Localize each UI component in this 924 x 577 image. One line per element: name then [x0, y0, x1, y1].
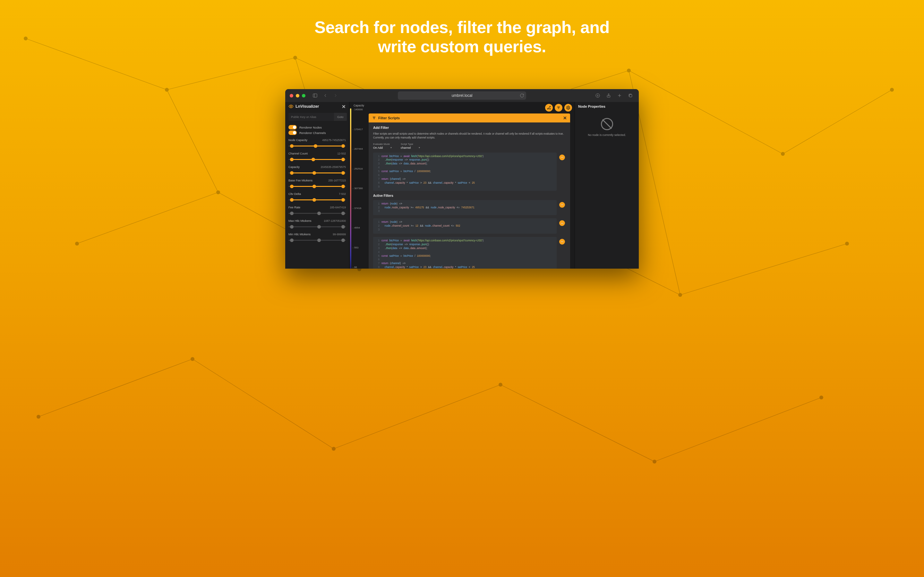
address-bar-text: umbrel.local	[452, 93, 473, 98]
script-type-label: Script Type	[401, 143, 420, 145]
range-filter: Capacity 2045635-259679575	[288, 165, 346, 175]
svg-point-28	[216, 190, 220, 194]
add-filter-remove-button[interactable]: −	[559, 155, 565, 160]
hero-line2: write custom queries.	[378, 37, 546, 56]
range-value: 255-16777215	[328, 179, 346, 182]
capacity-tick: - 207444	[352, 148, 363, 150]
script-type-select[interactable]: Script Type channel	[401, 143, 420, 149]
filter-scripts-panel: Filter Scripts ✕ Add Filter Filter scrip…	[368, 113, 570, 269]
goto-button[interactable]: Goto	[334, 113, 347, 121]
toggle-switch[interactable]	[288, 125, 297, 129]
range-filter: Node Capacity 495175-745253671	[288, 139, 346, 148]
range-filter: Channel Count 12-502	[288, 152, 346, 161]
refresh-icon[interactable]	[518, 92, 526, 99]
search-input[interactable]	[288, 113, 334, 121]
active-filter-remove-button[interactable]: −	[559, 220, 565, 226]
range-slider[interactable]	[288, 184, 346, 189]
capacity-tick: - 4554	[352, 227, 363, 229]
range-slider[interactable]	[288, 197, 346, 202]
hero-line1: Search for nodes, filter the graph, and	[314, 18, 610, 37]
svg-point-35	[332, 447, 336, 451]
sidebar-close-icon[interactable]: ✕	[342, 104, 346, 110]
range-value: 7-502	[339, 192, 346, 195]
new-tab-icon[interactable]	[615, 92, 624, 99]
range-slider[interactable]	[288, 224, 346, 229]
tabs-overview-icon[interactable]	[627, 92, 634, 99]
panel-description: Filter scripts are small scripts used to…	[373, 132, 565, 140]
add-filter-code[interactable]: 1const btcPrice = await fetch('https://a…	[373, 153, 557, 191]
range-value: 2045635-259679575	[321, 165, 346, 169]
capacity-scale-label: Capacity	[350, 104, 365, 107]
range-filter: Max Htlc Mtokens 1087-1287051800	[288, 219, 346, 229]
capacity-ticks: - 140000- 170417- 207444- 252516- 307380…	[352, 108, 363, 269]
range-value: 495175-745253671	[322, 139, 346, 142]
share-icon[interactable]	[605, 92, 612, 99]
active-filter-code[interactable]: 1const btcPrice = await fetch('https://a…	[373, 237, 557, 269]
capacity-tick: - 37416	[352, 207, 363, 210]
window-close-icon[interactable]	[290, 94, 293, 97]
sidebar-toggle-icon[interactable]	[311, 92, 319, 99]
svg-point-25	[781, 152, 785, 156]
app-name: LnVisualizer	[296, 104, 319, 109]
nav-forward-icon[interactable]	[332, 92, 339, 99]
app-title: LnVisualizer ✕	[285, 102, 349, 111]
evaluate-mode-select[interactable]: Evaluate Mode On Add	[373, 143, 392, 149]
app-root: LnVisualizer ✕ Goto Renderer Nodes Rende…	[285, 102, 639, 269]
range-value: 1087-1287051800	[324, 219, 346, 222]
active-filter-code[interactable]: 1return (node) => 2 node.channel_count >…	[373, 218, 557, 234]
toggle-label: Renderer Channels	[299, 131, 326, 135]
range-label: Node Capacity	[288, 139, 307, 142]
svg-point-56	[567, 107, 569, 108]
range-label: Channel Count	[288, 152, 308, 155]
svg-line-15	[654, 398, 821, 462]
svg-point-22	[293, 56, 297, 60]
active-filter-remove-button[interactable]: −	[559, 202, 565, 208]
capacity-gradient-bar	[350, 108, 351, 269]
browser-titlebar: umbrel.local	[285, 89, 639, 102]
window-maximize-icon[interactable]	[302, 94, 305, 97]
range-label: Fee Rate	[288, 206, 300, 209]
address-bar[interactable]: umbrel.local	[398, 91, 526, 100]
inspector-empty-text: No node is currently selected.	[578, 133, 636, 137]
active-filter-code[interactable]: 1return (node) => 2 node.node_capacity >…	[373, 200, 557, 215]
svg-point-32	[845, 242, 849, 245]
active-filter-remove-button[interactable]: −	[559, 239, 565, 245]
capacity-tick: - 170417	[352, 128, 363, 131]
range-slider[interactable]	[288, 157, 346, 161]
range-value: 12-502	[338, 152, 346, 155]
downloads-icon[interactable]	[594, 92, 602, 99]
graph-icon[interactable]	[545, 104, 553, 111]
panel-body: Add Filter Filter scripts are small scri…	[368, 122, 570, 269]
svg-point-37	[653, 460, 656, 464]
right-inspector: Node Properties No node is currently sel…	[575, 102, 639, 269]
svg-line-6	[77, 192, 218, 243]
main-toolbar	[545, 104, 572, 111]
svg-point-21	[165, 88, 169, 92]
main-area: Capacity - 140000- 170417- 207444- 25251…	[349, 102, 575, 269]
evaluate-mode-value: On Add	[373, 146, 392, 149]
toggle-switch[interactable]	[288, 131, 297, 135]
svg-line-10	[680, 243, 847, 295]
range-filters: Node Capacity 495175-745253671 Channel C…	[285, 139, 349, 246]
range-label: Capacity	[288, 165, 300, 169]
evaluate-mode-label: Evaluate Mode	[373, 143, 392, 145]
render-toggles: Renderer Nodes Renderer Channels	[285, 124, 349, 139]
filter-icon[interactable]	[555, 104, 562, 111]
svg-point-49	[549, 106, 551, 107]
range-slider[interactable]	[288, 143, 346, 148]
search-row: Goto	[288, 113, 346, 121]
svg-point-27	[75, 242, 79, 245]
settings-icon[interactable]	[564, 104, 572, 111]
svg-point-48	[548, 108, 548, 109]
hero-headline: Search for nodes, filter the graph, and …	[0, 18, 924, 56]
range-slider[interactable]	[288, 171, 346, 175]
svg-line-4	[629, 71, 783, 154]
panel-close-icon[interactable]: ✕	[563, 115, 567, 121]
range-label: Cltv Delta	[288, 192, 301, 195]
nav-back-icon[interactable]	[321, 92, 329, 99]
range-slider[interactable]	[288, 238, 346, 242]
window-minimize-icon[interactable]	[296, 94, 299, 97]
svg-line-13	[334, 385, 501, 449]
svg-point-26	[890, 88, 894, 92]
range-slider[interactable]	[288, 211, 346, 215]
